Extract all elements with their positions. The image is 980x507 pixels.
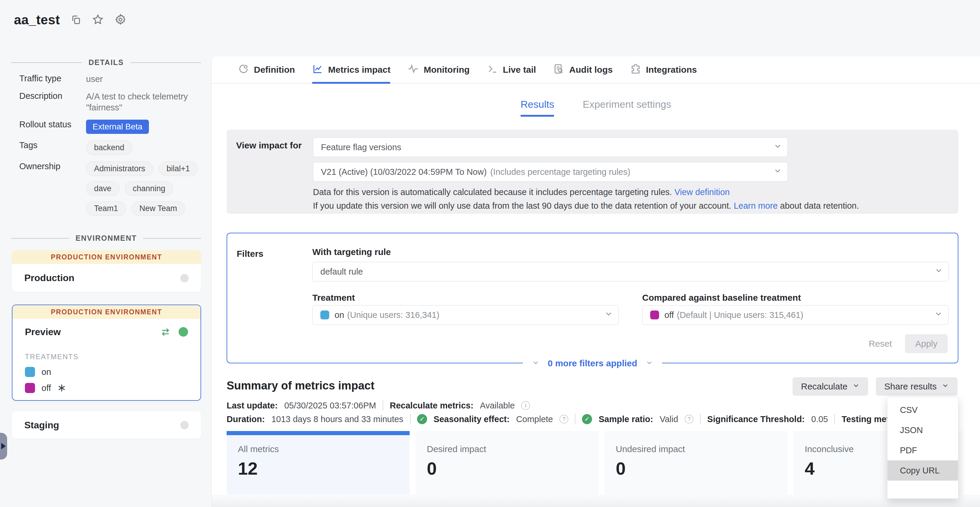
sidebar-expand-handle[interactable]	[0, 433, 7, 459]
environment-card-preview[interactable]: PRODUCTION ENVIRONMENT Preview TREATMENT…	[12, 305, 201, 401]
menu-item-json[interactable]: JSON	[888, 420, 958, 440]
app-header: aa_test	[14, 13, 126, 27]
subtab-results[interactable]: Results	[520, 99, 554, 116]
tab-monitoring[interactable]: Monitoring	[407, 56, 469, 83]
metric-card-value: 0	[427, 458, 598, 479]
info-icon[interactable]: i	[521, 401, 530, 410]
tab-live-tail[interactable]: Live tail	[487, 56, 536, 83]
tab-label: Metrics impact	[328, 65, 390, 75]
seasonality-label: Seasonality effect:	[434, 415, 509, 424]
baseline-select[interactable]: off (Default | Unique users: 315,461)	[642, 305, 948, 325]
menu-item-csv[interactable]: CSV	[888, 400, 958, 420]
help-icon[interactable]: ?	[559, 415, 568, 424]
details-section-heading: DETAILS	[11, 58, 201, 67]
more-filters-toggle[interactable]: 0 more filters applied	[523, 357, 662, 370]
ownership-label: Ownership	[19, 161, 86, 216]
version-note-2: If you update this version we will only …	[313, 201, 859, 211]
treatment-value: on	[334, 310, 344, 320]
menu-item-pdf[interactable]: PDF	[888, 440, 958, 461]
baseline-value: off	[664, 310, 674, 320]
impact-source-select[interactable]: Feature flag versions	[313, 137, 788, 157]
treatment-row-off: off	[13, 383, 200, 393]
owner-chip[interactable]: New Team	[131, 201, 185, 216]
version-note-1-text: Data for this version is automatically c…	[313, 187, 672, 197]
favorite-button[interactable]	[92, 14, 104, 26]
chevron-down-icon	[773, 167, 782, 177]
copy-name-button[interactable]	[71, 14, 81, 26]
metric-card-desired-impact[interactable]: Desired impact 0	[415, 431, 598, 495]
environment-card-staging[interactable]: Staging	[12, 411, 201, 439]
chevron-down-icon	[852, 381, 860, 392]
menu-item-copy-url[interactable]: Copy URL	[888, 461, 958, 481]
metric-card-label: All metrics	[238, 444, 410, 454]
chevron-down-icon	[604, 309, 613, 320]
page: aa_test DETAILS Traffic type user Descri…	[0, 0, 980, 507]
check-circle-icon: ✓	[417, 414, 427, 424]
owner-chip[interactable]: dave	[86, 181, 119, 196]
swap-arrows-icon[interactable]	[159, 326, 172, 338]
description-label: Description	[19, 91, 86, 113]
settings-button[interactable]	[115, 14, 126, 26]
targeting-rule-select[interactable]: default rule	[312, 262, 949, 281]
tab-integrations[interactable]: Integrations	[630, 56, 697, 83]
tab-audit-logs[interactable]: Audit logs	[553, 56, 613, 83]
terminal-icon	[487, 63, 498, 77]
tab-label: Monitoring	[423, 65, 469, 75]
chevron-down-icon	[934, 309, 943, 320]
owner-chip[interactable]: bilal+1	[159, 161, 198, 176]
rollout-status-label: Rollout status	[19, 120, 86, 134]
copy-icon	[71, 14, 81, 26]
apply-button[interactable]: Apply	[905, 334, 948, 353]
share-results-label: Share results	[884, 381, 937, 392]
details-rows: Traffic type user Description A/A test t…	[19, 73, 202, 222]
baseline-label: Compared against baseline treatment	[642, 293, 801, 303]
tab-definition[interactable]: Definition	[238, 56, 295, 83]
learn-more-link[interactable]: Learn more	[734, 201, 778, 210]
help-icon[interactable]: ?	[684, 415, 694, 424]
status-dot-icon	[180, 274, 189, 282]
tag-chip[interactable]: backend	[86, 140, 132, 155]
results-subtabs: Results Experiment settings	[212, 99, 980, 116]
more-filters-label: 0 more filters applied	[548, 358, 637, 368]
subtab-experiment-settings[interactable]: Experiment settings	[582, 99, 671, 116]
targeting-rule-label: With targeting rule	[312, 247, 391, 257]
treatment-users: (Unique users: 316,341)	[347, 310, 439, 320]
version-value: V21 (Active) (10/03/2022 04:59PM To Now)	[321, 167, 487, 177]
owner-chip[interactable]: Team1	[86, 201, 126, 216]
tab-label: Live tail	[503, 65, 536, 75]
divider	[383, 400, 383, 411]
recalculate-button[interactable]: Recalculate	[792, 377, 868, 396]
chevron-down-icon	[532, 359, 539, 368]
owner-chip[interactable]: Administrators	[86, 161, 153, 176]
tab-label: Integrations	[646, 65, 697, 75]
tab-label: Definition	[254, 65, 295, 75]
view-definition-link[interactable]: View definition	[675, 187, 730, 197]
status-dot-icon	[178, 327, 188, 336]
recalc-metrics-label: Recalculate metrics:	[390, 401, 473, 411]
version-note: (Includes percentage targeting rules)	[490, 167, 630, 177]
share-results-button[interactable]: Share results	[876, 377, 958, 396]
metric-card-undesired-impact[interactable]: Undesired impact 0	[605, 431, 788, 495]
tab-metrics-impact[interactable]: Metrics impact	[312, 56, 390, 83]
treatment-select[interactable]: on (Unique users: 316,341)	[312, 305, 619, 325]
tab-bar: Definition Metrics impact Monitoring Liv…	[212, 56, 980, 84]
divider	[700, 414, 701, 424]
summary-meta-row-1: Last update: 05/30/2025 03:57:06PM Recal…	[227, 400, 962, 411]
divider	[575, 414, 576, 424]
treatments-heading: TREATMENTS	[13, 352, 200, 361]
environment-card-production[interactable]: PRODUCTION ENVIRONMENT Production	[12, 250, 201, 292]
treatment-row-on: on	[13, 367, 200, 377]
environment-section-heading: ENVIRONMENT	[11, 234, 201, 242]
environment-name: Production	[24, 273, 180, 284]
star-icon	[92, 14, 104, 26]
metric-card-all-metrics[interactable]: All metrics 12	[227, 431, 410, 495]
owner-chip[interactable]: channing	[125, 181, 173, 196]
line-chart-icon	[312, 63, 323, 77]
version-select[interactable]: V21 (Active) (10/03/2022 04:59PM To Now)…	[313, 162, 788, 182]
treatment-on-label: on	[41, 367, 51, 377]
document-search-icon	[553, 63, 565, 77]
production-environment-banner: PRODUCTION ENVIRONMENT	[13, 305, 200, 319]
pulse-icon	[407, 63, 419, 77]
reset-button[interactable]: Reset	[869, 339, 892, 349]
significance-label: Significance Threshold:	[707, 415, 805, 424]
